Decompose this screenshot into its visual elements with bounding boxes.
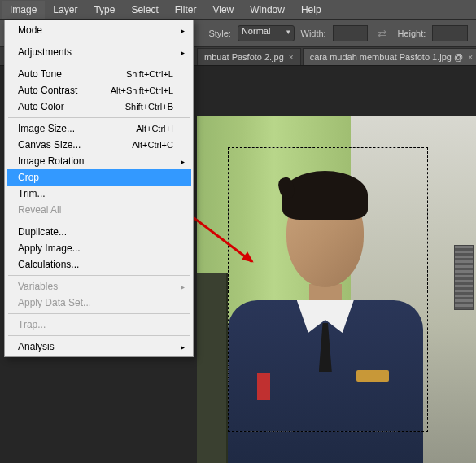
document-tab[interactable]: cara mudah membuat Pasfoto 1.jpg @× — [303, 48, 476, 65]
close-icon[interactable]: × — [468, 53, 473, 62]
menu-item-auto-contrast[interactable]: Auto ContrastAlt+Shift+Ctrl+L — [7, 82, 191, 98]
menu-layer[interactable]: Layer — [45, 1, 85, 19]
style-select[interactable]: Normal — [238, 25, 295, 41]
document-tab[interactable]: mbuat Pasfoto 2.jpg× — [197, 48, 301, 65]
menu-type[interactable]: Type — [85, 1, 123, 19]
menu-item-calculations[interactable]: Calculations... — [7, 256, 191, 273]
menu-item-auto-color[interactable]: Auto ColorShift+Ctrl+B — [7, 98, 191, 115]
menu-window[interactable]: Window — [242, 1, 293, 19]
menu-item-canvas-size[interactable]: Canvas Size...Alt+Ctrl+C — [7, 137, 191, 153]
menu-item-apply-data-set: Apply Data Set... — [7, 295, 191, 311]
menu-item-crop[interactable]: Crop — [7, 169, 191, 186]
image-menu-dropdown: ModeAdjustmentsAuto ToneShift+Ctrl+LAuto… — [4, 20, 194, 357]
menu-image[interactable]: Image — [2, 1, 45, 19]
menu-item-trim[interactable]: Trim... — [7, 186, 191, 202]
menu-item-adjustments[interactable]: Adjustments — [7, 44, 191, 60]
menubar: ImageLayerTypeSelectFilterViewWindowHelp — [0, 0, 476, 20]
selection-marquee[interactable] — [228, 147, 428, 432]
menu-item-reveal-all: Reveal All — [7, 202, 191, 218]
width-label: Width: — [301, 28, 326, 38]
style-label: Style: — [208, 28, 231, 38]
width-input[interactable] — [333, 25, 369, 41]
menu-item-auto-tone[interactable]: Auto ToneShift+Ctrl+L — [7, 66, 191, 82]
height-label: Height: — [397, 28, 426, 38]
close-icon[interactable]: × — [289, 53, 294, 62]
menu-item-duplicate[interactable]: Duplicate... — [7, 224, 191, 240]
menu-help[interactable]: Help — [293, 1, 330, 19]
swap-icon[interactable]: ⇄ — [374, 27, 391, 40]
menu-item-image-size[interactable]: Image Size...Alt+Ctrl+I — [7, 120, 191, 137]
photo-canvas[interactable] — [197, 116, 476, 463]
menu-item-image-rotation[interactable]: Image Rotation — [7, 153, 191, 169]
menu-filter[interactable]: Filter — [167, 1, 205, 19]
menu-select[interactable]: Select — [123, 1, 166, 19]
menu-item-variables: Variables — [7, 278, 191, 295]
menu-item-mode[interactable]: Mode — [7, 22, 191, 38]
height-input[interactable] — [432, 25, 468, 41]
menu-item-trap: Trap... — [7, 317, 191, 333]
menu-item-analysis[interactable]: Analysis — [7, 339, 191, 355]
menu-item-apply-image[interactable]: Apply Image... — [7, 240, 191, 256]
menu-view[interactable]: View — [204, 1, 242, 19]
